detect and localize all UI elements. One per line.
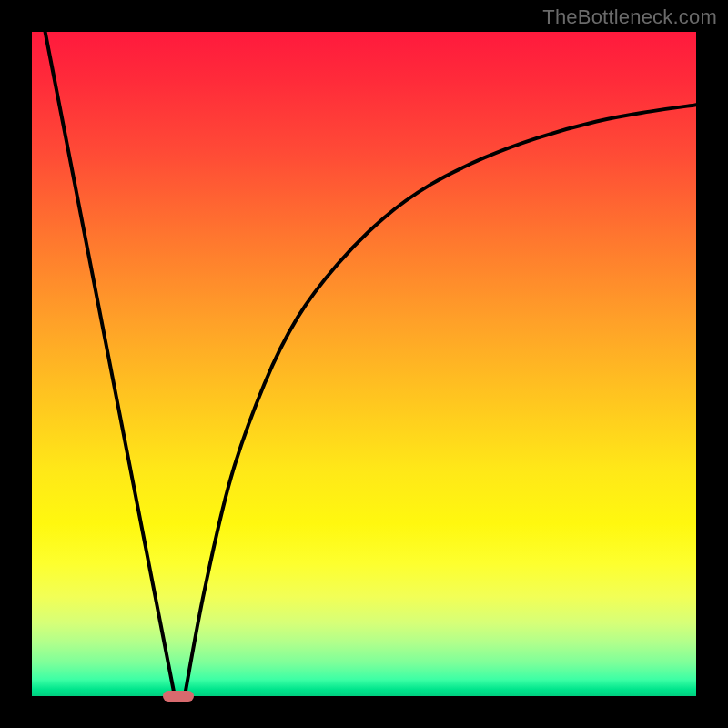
chart-lines (32, 32, 696, 696)
plot-area (32, 32, 696, 696)
watermark-text: TheBottleneck.com (542, 5, 717, 29)
trough-marker (163, 691, 194, 702)
chart-frame: TheBottleneck.com (0, 0, 728, 728)
right-curve-line (185, 105, 696, 696)
left-slope-line (46, 32, 175, 696)
